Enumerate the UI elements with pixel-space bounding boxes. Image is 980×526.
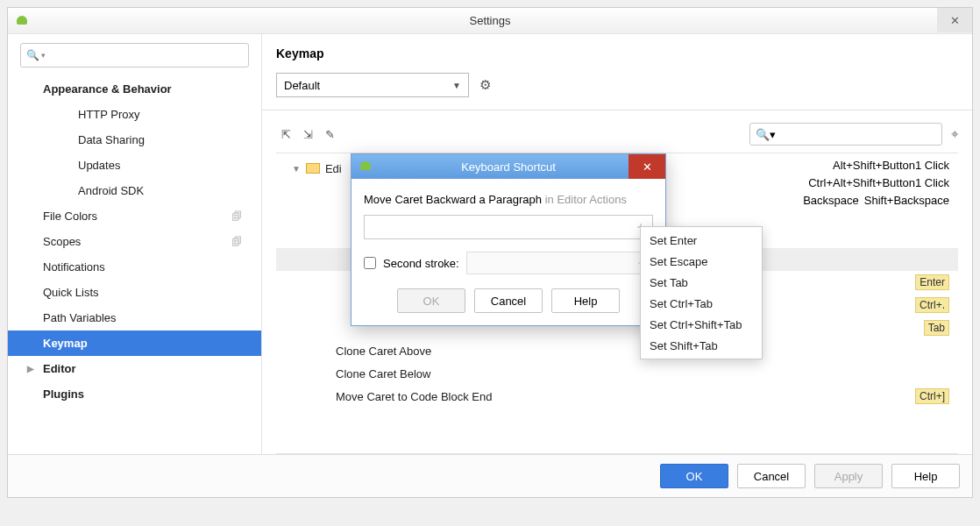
tree-scopes[interactable]: Scopes🗐 bbox=[8, 229, 261, 254]
chevron-down-icon: ▾ bbox=[41, 51, 46, 60]
shortcut-badge: Ctrl+. bbox=[915, 297, 949, 313]
action-name: Move Caret Backward a Paragraph bbox=[364, 193, 542, 206]
chevron-down-icon: ▼ bbox=[452, 81, 461, 90]
action-label: Move Caret to Code Block End bbox=[336, 390, 911, 403]
tree-plugins[interactable]: Plugins bbox=[8, 381, 261, 407]
dialog-cancel-button[interactable]: Cancel bbox=[474, 288, 543, 313]
page-heading: Keymap bbox=[276, 46, 958, 60]
scheme-row: Default ▼ ⚙ bbox=[276, 73, 958, 97]
cancel-button[interactable]: Cancel bbox=[737, 464, 806, 488]
apply-button: Apply bbox=[814, 464, 883, 488]
shortcut-stack-top: Alt+Shift+Button1 Click Ctrl+Alt+Shift+B… bbox=[803, 159, 949, 207]
sidebar-search-input[interactable]: 🔍 ▾ bbox=[20, 43, 249, 68]
second-stroke-input: ＋ bbox=[466, 252, 653, 274]
dialog-ok-button: OK bbox=[397, 288, 465, 313]
expand-all-icon[interactable]: ⇱ bbox=[281, 128, 291, 141]
tree-http-proxy[interactable]: HTTP Proxy bbox=[8, 102, 261, 127]
tree-editor[interactable]: ▶Editor bbox=[8, 356, 261, 381]
shortcut-badge: Ctrl+Alt+Shift+Button1 Click bbox=[808, 176, 949, 189]
tree-data-sharing[interactable]: Data Sharing bbox=[8, 127, 261, 153]
tree-android-sdk[interactable]: Android SDK bbox=[8, 178, 261, 203]
tree-file-colors[interactable]: File Colors🗐 bbox=[8, 203, 261, 229]
shortcut-badge: Ctrl+] bbox=[915, 388, 949, 404]
keyboard-shortcut-dialog: Keyboard Shortcut ✕ Move Caret Backward … bbox=[351, 153, 666, 326]
menu-item-set-ctrl-tab[interactable]: Set Ctrl+Tab bbox=[641, 293, 762, 314]
toolbar-left: ⇱ ⇲ ✎ bbox=[276, 128, 335, 141]
dialog-caption: Move Caret Backward a Paragraph in Edito… bbox=[364, 193, 653, 206]
settings-tree: Appearance & Behavior HTTP Proxy Data Sh… bbox=[8, 76, 261, 454]
chevron-down-icon: ▾ bbox=[770, 128, 776, 141]
window-title: Settings bbox=[470, 14, 511, 27]
gear-icon[interactable]: ⚙ bbox=[479, 77, 491, 93]
tree-notifications[interactable]: Notifications bbox=[8, 254, 261, 280]
shortcut-badge: Alt+Shift+Button1 Click bbox=[833, 159, 949, 172]
shortcut-badge: Tab bbox=[924, 320, 949, 336]
tree-path-variables[interactable]: Path Variables bbox=[8, 305, 261, 331]
bottom-button-bar: OK Cancel Apply Help bbox=[8, 454, 972, 497]
help-button[interactable]: Help bbox=[891, 464, 960, 488]
folder-icon bbox=[306, 163, 320, 174]
sidebar-search-wrap: 🔍 ▾ bbox=[8, 43, 261, 76]
search-icon: 🔍 bbox=[756, 128, 770, 141]
toolbar-right: 🔍 ▾ ⌖ bbox=[749, 123, 958, 146]
scheme-value: Default bbox=[284, 79, 320, 92]
search-icon: 🔍 bbox=[26, 49, 39, 61]
edit-icon[interactable]: ✎ bbox=[325, 128, 335, 141]
first-stroke-input[interactable]: ＋ bbox=[364, 215, 653, 239]
menu-item-set-ctrl-shift-tab[interactable]: Set Ctrl+Shift+Tab bbox=[641, 314, 762, 335]
dialog-title: Keyboard Shortcut bbox=[461, 160, 556, 174]
window-close-button[interactable]: ✕ bbox=[937, 8, 972, 32]
actions-search-input[interactable]: 🔍 ▾ bbox=[749, 123, 942, 146]
project-scope-icon: 🗐 bbox=[231, 210, 242, 223]
dialog-body: Move Caret Backward a Paragraph in Edito… bbox=[352, 179, 665, 325]
shortcut-badge: Backspace bbox=[803, 194, 859, 207]
menu-item-set-tab[interactable]: Set Tab bbox=[641, 272, 762, 293]
dialog-titlebar: Keyboard Shortcut ✕ bbox=[352, 154, 665, 179]
titlebar: Settings ✕ bbox=[8, 8, 972, 34]
tree-appearance-behavior[interactable]: Appearance & Behavior bbox=[8, 76, 261, 102]
action-row[interactable]: Clone Caret Below bbox=[276, 362, 958, 385]
dialog-buttons: OK Cancel Help bbox=[364, 288, 653, 313]
tree-keymap[interactable]: Keymap bbox=[8, 331, 261, 356]
keymap-scheme-select[interactable]: Default ▼ bbox=[276, 73, 469, 97]
action-context: in Editor Actions bbox=[545, 193, 627, 206]
expand-arrow-icon: ▶ bbox=[27, 364, 34, 373]
find-by-shortcut-icon[interactable]: ⌖ bbox=[951, 126, 958, 142]
shortcut-suggestion-popup: Set Enter Set Escape Set Tab Set Ctrl+Ta… bbox=[640, 226, 763, 359]
android-icon bbox=[359, 160, 373, 172]
menu-item-set-shift-tab[interactable]: Set Shift+Tab bbox=[641, 335, 762, 356]
tree-quick-lists[interactable]: Quick Lists bbox=[8, 280, 261, 305]
ok-button[interactable]: OK bbox=[660, 464, 728, 488]
second-stroke-row: Second stroke: ＋ bbox=[364, 252, 653, 274]
action-label: Clone Caret Below bbox=[336, 367, 949, 380]
second-stroke-label: Second stroke: bbox=[383, 257, 459, 270]
sidebar: 🔍 ▾ Appearance & Behavior HTTP Proxy Dat… bbox=[8, 34, 262, 454]
second-stroke-checkbox[interactable] bbox=[364, 257, 376, 269]
tree-updates[interactable]: Updates bbox=[8, 153, 261, 178]
collapse-arrow-icon: ▼ bbox=[292, 164, 301, 174]
android-icon bbox=[15, 14, 29, 26]
collapse-all-icon[interactable]: ⇲ bbox=[303, 128, 313, 141]
action-row[interactable]: Move Caret to Code Block End Ctrl+] bbox=[276, 385, 958, 408]
shortcut-badge: Shift+Backspace bbox=[864, 194, 949, 207]
dialog-close-button[interactable]: ✕ bbox=[628, 154, 665, 179]
project-scope-icon: 🗐 bbox=[231, 236, 242, 248]
actions-toolbar: ⇱ ⇲ ✎ 🔍 ▾ ⌖ bbox=[276, 119, 958, 153]
menu-item-set-escape[interactable]: Set Escape bbox=[641, 251, 762, 272]
dialog-help-button[interactable]: Help bbox=[551, 288, 620, 313]
shortcut-badge: Enter bbox=[915, 274, 949, 290]
menu-item-set-enter[interactable]: Set Enter bbox=[641, 230, 762, 251]
divider bbox=[262, 110, 972, 110]
action-row[interactable]: Clone Caret Above bbox=[276, 339, 958, 362]
